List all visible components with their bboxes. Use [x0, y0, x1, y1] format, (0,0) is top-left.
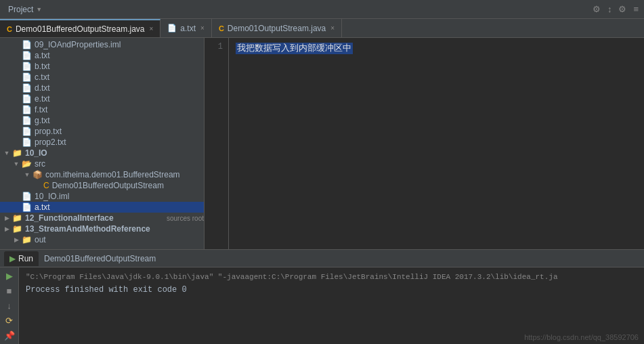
- top-bar: Project ▼ ⚙ ↕ ⚙ ≡: [0, 0, 644, 19]
- tree-arrow: ▶: [1, 225, 12, 232]
- txt-file-icon: 📄: [22, 72, 32, 82]
- file-label: b.txt: [35, 62, 204, 71]
- tab-atxt[interactable]: 📄 a.txt ×: [160, 19, 212, 37]
- iml-file-icon: 📄: [22, 40, 32, 49]
- rerun-button[interactable]: ⟳: [3, 316, 16, 326]
- tab-bar: C Demo01BufferedOutputStream.java × 📄 a.…: [0, 19, 644, 38]
- list-item[interactable]: 📄 b.txt: [0, 61, 204, 72]
- list-item[interactable]: 📄 g.txt: [0, 115, 204, 126]
- list-item[interactable]: 📄 prop.txt: [0, 126, 204, 137]
- file-label: c.txt: [35, 72, 204, 82]
- editor-content[interactable]: 1 我把数据写入到内部缓冲区中: [205, 38, 644, 249]
- file-label: a.txt: [35, 51, 204, 60]
- txt-file-icon: 📄: [22, 62, 32, 71]
- bottom-panel: ▶ Run Demo01BufferedOutputStream ▶ ■ ↓ ⟳…: [0, 249, 644, 344]
- project-selector[interactable]: Project ▼: [4, 2, 46, 17]
- iml-file-icon: 📄: [22, 192, 32, 201]
- list-item[interactable]: 📄 e.txt: [0, 93, 204, 104]
- folder-label: 13_StreamAndMethodReference: [25, 224, 204, 234]
- txt-file-icon: 📄: [22, 94, 32, 104]
- file-label: d.txt: [35, 83, 204, 93]
- folder-icon: 📁: [12, 224, 22, 234]
- main-area: 📄 09_IOAndProperties.iml 📄 a.txt 📄 b.txt: [0, 38, 644, 249]
- folder-icon: 📁: [22, 235, 32, 244]
- settings-icon[interactable]: ⚙: [617, 3, 628, 16]
- package-icon: 📦: [33, 170, 43, 179]
- sidebar: 📄 09_IOAndProperties.iml 📄 a.txt 📄 b.txt: [0, 38, 205, 249]
- close-tab-icon[interactable]: ×: [150, 25, 154, 33]
- txt-file-icon: 📄: [22, 105, 32, 114]
- file-label: 09_IOAndProperties.iml: [35, 40, 204, 49]
- file-label: g.txt: [35, 116, 204, 125]
- folder-icon: 📁: [12, 148, 22, 158]
- tab-label: Demo01OutputStream.java: [228, 24, 326, 33]
- tree-arrow: ▼: [22, 171, 33, 178]
- run-tab[interactable]: ▶ Run: [4, 251, 39, 266]
- exit-code-line: Process finished with exit code 0: [26, 284, 637, 297]
- txt-file-icon: 📄: [22, 51, 32, 60]
- chevron-down-icon: ▼: [36, 6, 42, 13]
- file-label: Demo01BufferedOutputStream: [52, 181, 204, 190]
- list-item[interactable]: ▶ 📁 13_StreamAndMethodReference: [0, 223, 204, 234]
- tree-arrow: ▶: [1, 215, 12, 221]
- tree-arrow: ▼: [1, 150, 12, 156]
- tab-demo01outputstream[interactable]: C Demo01OutputStream.java ×: [212, 19, 342, 37]
- txt-file-icon: 📄: [22, 116, 32, 125]
- txt-file-icon: 📄: [22, 137, 32, 147]
- tree-arrow: ▼: [11, 160, 22, 167]
- menu-icon[interactable]: ≡: [632, 3, 640, 16]
- file-tree[interactable]: 📄 09_IOAndProperties.iml 📄 a.txt 📄 b.txt: [0, 38, 204, 249]
- txt-file-icon: 📄: [22, 127, 32, 136]
- list-item[interactable]: ▼ 📂 src: [0, 158, 204, 169]
- tree-arrow: ▶: [11, 236, 22, 243]
- java-file-icon: C: [219, 24, 224, 33]
- list-item[interactable]: 📄 prop2.txt: [0, 137, 204, 148]
- list-item[interactable]: 📄 d.txt: [0, 83, 204, 93]
- project-label: Project: [8, 5, 33, 14]
- list-item[interactable]: 📄 a.txt: [0, 202, 204, 213]
- stop-button[interactable]: ■: [3, 285, 16, 296]
- run-toolbar: ▶ ■ ↓ ⟳ 📌: [0, 267, 19, 344]
- play-button[interactable]: ▶: [3, 270, 16, 281]
- sync-icon[interactable]: ⚙: [591, 3, 602, 16]
- top-bar-icons: ⚙ ↕ ⚙ ≡: [591, 3, 640, 16]
- run-class-label: Demo01BufferedOutputStream: [44, 254, 156, 263]
- folder-label: 12_FunctionalInterface: [25, 213, 164, 223]
- tab-demo01bufferedoutputstream[interactable]: C Demo01BufferedOutputStream.java ×: [0, 19, 160, 37]
- line-number: 1: [210, 42, 223, 51]
- list-item[interactable]: 📄 10_IO.iml: [0, 191, 204, 202]
- line-numbers: 1: [205, 38, 229, 249]
- bottom-tab-bar: ▶ Run Demo01BufferedOutputStream: [0, 250, 644, 267]
- code-editor[interactable]: 我把数据写入到内部缓冲区中: [229, 38, 644, 249]
- folder-label: 10_IO: [25, 148, 204, 158]
- list-item[interactable]: ▼ 📁 10_IO: [0, 148, 204, 158]
- tab-label: Demo01BufferedOutputStream.java: [16, 24, 145, 34]
- java-file-icon: C: [43, 181, 49, 190]
- folder-label: src: [35, 159, 204, 169]
- run-tab-label: Run: [18, 254, 33, 263]
- file-label: 10_IO.iml: [35, 192, 204, 201]
- list-item[interactable]: C Demo01BufferedOutputStream: [0, 180, 204, 191]
- list-item[interactable]: ▶ 📁 12_FunctionalInterface sources root: [0, 213, 204, 223]
- list-item[interactable]: 📄 c.txt: [0, 72, 204, 83]
- close-tab-icon[interactable]: ×: [330, 24, 335, 32]
- expand-icon[interactable]: ↕: [606, 3, 614, 16]
- folder-label: out: [35, 235, 204, 244]
- list-item[interactable]: 📄 09_IOAndProperties.iml: [0, 39, 204, 50]
- folder-icon: 📁: [12, 213, 22, 223]
- file-label: prop2.txt: [35, 137, 204, 147]
- list-item[interactable]: ▶ 📁 out: [0, 234, 204, 245]
- close-tab-icon[interactable]: ×: [200, 24, 205, 32]
- scroll-down-button[interactable]: ↓: [3, 300, 16, 311]
- pin-button[interactable]: 📌: [3, 330, 16, 341]
- txt-file-icon: 📄: [22, 83, 32, 93]
- file-label: prop.txt: [35, 127, 204, 136]
- watermark: https://blog.csdn.net/qq_38592706: [524, 333, 639, 341]
- txt-file-icon: 📄: [22, 202, 32, 212]
- list-item[interactable]: ▼ 📦 com.itheima.demo01.BufferedStream: [0, 169, 204, 180]
- list-item[interactable]: 📄 f.txt: [0, 104, 204, 115]
- list-item[interactable]: 📄 a.txt: [0, 50, 204, 61]
- editor-area: 1 我把数据写入到内部缓冲区中: [205, 38, 644, 249]
- selected-code[interactable]: 我把数据写入到内部缓冲区中: [236, 43, 353, 54]
- tab-label: a.txt: [180, 24, 196, 33]
